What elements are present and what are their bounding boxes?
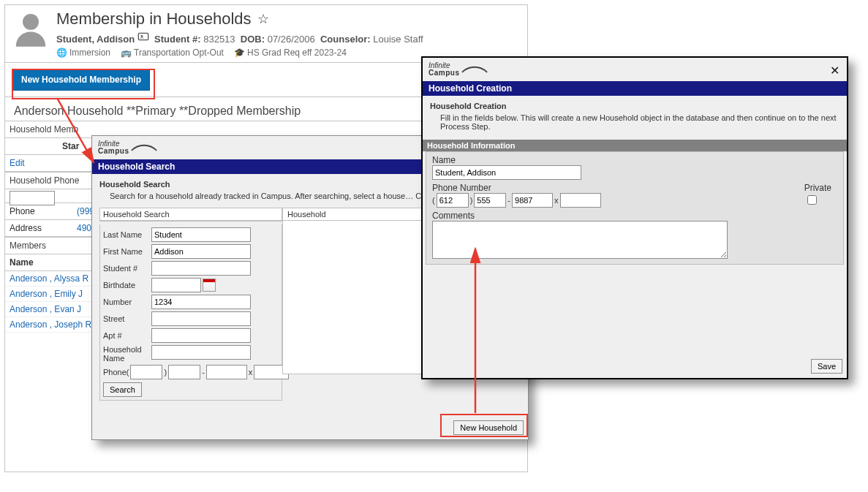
name-label: Name [432,155,837,165]
logo-swoosh-icon [461,62,488,77]
avatar [11,10,50,49]
search-phone-group: () - x [127,365,290,379]
creation-instructions: Fill in the fields below. This will crea… [440,113,839,131]
id-card-icon [137,34,152,45]
last-name-input[interactable] [151,227,251,242]
new-household-membership-button[interactable]: New Household Membership [12,69,150,91]
household-name-input[interactable] [151,345,251,360]
birthdate-input[interactable] [151,278,201,292]
edit-link[interactable]: Edit [10,158,25,168]
household-creation-dialog: InfiniteCampus ✕ Household Creation Hous… [421,56,848,379]
cphone-area[interactable] [437,193,469,208]
sphone-pre[interactable] [168,365,200,379]
svg-point-2 [140,35,143,37]
street-input[interactable] [151,311,251,326]
search-section-heading: Household Search [99,180,170,189]
search-dialog-footer: New Household [453,420,524,435]
student-tags: 🌐Immersion 🚌Transportation Opt-Out 🎓HS G… [56,48,423,58]
creation-dialog-title: Household Creation [423,81,847,96]
apt-input[interactable] [151,328,251,343]
new-household-button[interactable]: New Household [453,420,524,435]
tag-transport: 🚌Transportation Opt-Out [121,48,224,58]
creation-dialog-footer: Save [811,359,842,374]
tag-gradreq: 🎓HS Grad Req eff 2023-24 [234,48,347,58]
first-name-input[interactable] [151,244,251,259]
cphone-pre[interactable] [474,193,506,208]
globe-icon: 🌐 [56,48,67,58]
creation-section-heading: Household Creation [430,102,507,110]
house-number-input[interactable] [151,295,251,309]
student-number-input[interactable] [151,261,251,276]
cphone-ext[interactable] [560,193,601,208]
creation-dialog-logo: InfiniteCampus [423,58,847,81]
favorite-star-icon[interactable]: ☆ [257,11,269,27]
creation-phone-group: () - x [432,193,601,208]
search-fieldset-header: Household Search [100,208,282,221]
page-header: Membership in Households ☆ Student, Addi… [5,5,527,62]
svg-rect-1 [138,33,148,39]
hh-name-input[interactable] [432,165,581,180]
bus-icon: 🚌 [121,48,131,58]
cphone-num[interactable] [512,193,553,208]
grad-icon: 🎓 [234,48,244,58]
comments-label: Comments [432,211,837,221]
tag-immersion: 🌐Immersion [56,48,110,58]
svg-point-0 [23,14,39,30]
search-form: Household Search Last Name First Name St… [99,208,282,401]
logo-swoosh-icon [130,140,158,155]
close-icon[interactable]: ✕ [830,64,839,77]
page-heading: Membership in Households ☆ Student, Addi… [56,10,423,58]
page-title: Membership in Households ☆ [56,10,423,29]
comments-textarea[interactable] [432,221,728,259]
sphone-area[interactable] [130,365,162,379]
private-checkbox[interactable] [807,195,817,205]
household-info-form: Name Phone Number () - x Private Comment… [426,151,844,265]
private-label: Private [804,183,831,193]
creation-dialog-body: Household Creation Fill in the fields be… [423,96,847,140]
household-info-header: Household Information [423,140,847,151]
calendar-icon[interactable] [203,279,216,292]
sphone-num[interactable] [206,365,247,379]
phone-quick-input[interactable] [10,191,55,205]
col-start: Star [62,141,79,151]
save-button[interactable]: Save [811,359,842,374]
student-subheader: Student, Addison Student #: 832513 DOB: … [56,31,423,45]
search-button[interactable]: Search [103,382,142,397]
phone-label: Phone Number [432,183,601,193]
